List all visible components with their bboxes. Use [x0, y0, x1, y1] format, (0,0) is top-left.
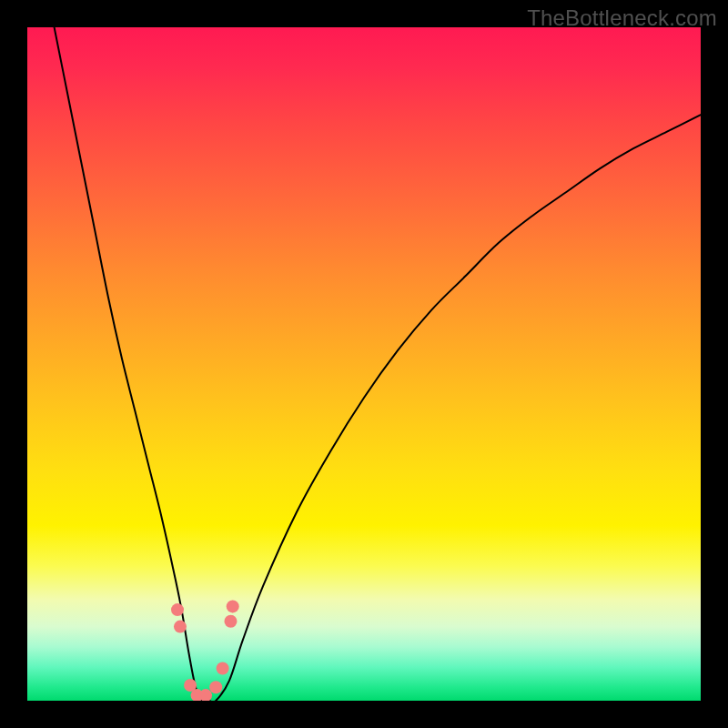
- watermark-text: TheBottleneck.com: [527, 5, 717, 31]
- curve-marker: [209, 681, 222, 693]
- curve-marker: [217, 662, 229, 674]
- chart-svg: [27, 27, 701, 701]
- curve-markers: [171, 600, 239, 701]
- bottleneck-curve: [55, 27, 701, 701]
- curve-marker: [227, 600, 239, 612]
- curve-marker: [174, 621, 187, 633]
- curve-marker: [171, 603, 184, 616]
- chart-plot-area: [27, 27, 701, 701]
- curve-marker: [224, 615, 237, 628]
